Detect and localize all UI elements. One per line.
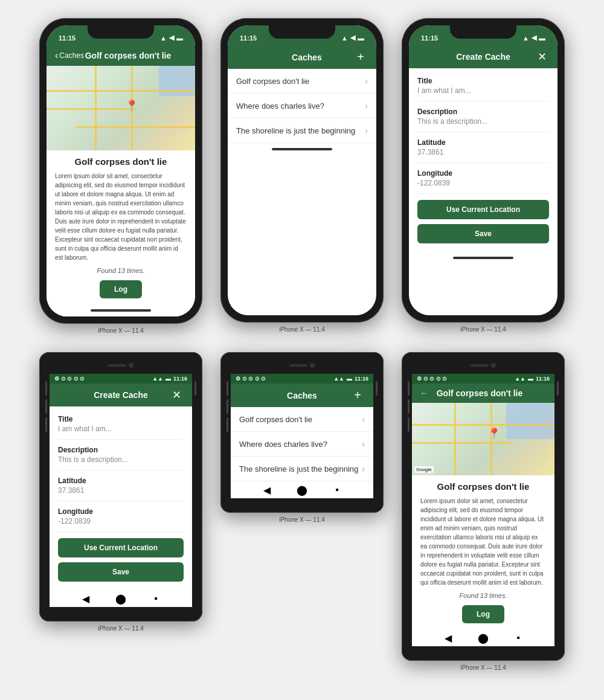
android-status-right-1: ▲▲ ▬ 11:16 <box>152 376 187 382</box>
android-back-nav-3[interactable]: ◀ <box>443 632 454 643</box>
list-item-label-2-1: Where does charles live? <box>236 101 324 111</box>
signal-icon-1: ◀ <box>169 34 174 42</box>
log-btn-1[interactable]: Log <box>100 280 142 298</box>
android-status-left-3: ⚙ ⊙ ⊙ ⊙ ⊙ <box>417 376 447 382</box>
android-right-btn-3 <box>557 381 559 396</box>
divider-3a <box>417 101 549 101</box>
list-item-2-1[interactable]: Where does charles live? › <box>228 94 376 118</box>
android-map-pin-3: 📍 <box>487 427 501 440</box>
android-screen-3: ⚙ ⊙ ⊙ ⊙ ⊙ ▲▲ ▬ 11:16 ← Golf corpses don'… <box>412 374 554 646</box>
iphone-notch-3 <box>450 25 516 39</box>
android-status-left-1: ⚙ ⊙ ⊙ ⊙ ⊙ <box>54 376 85 382</box>
lng-value-3: -122.0839 <box>417 179 549 187</box>
status-icons-1: ▲ ◀ ▬ <box>160 34 183 42</box>
status-icons-3: ▲ ◀ ▬ <box>522 34 545 42</box>
android-recent-nav-2[interactable]: ▪ <box>332 484 342 495</box>
android-home-nav-3[interactable]: ⬤ <box>478 632 489 643</box>
vol-down-btn-3 <box>408 417 410 432</box>
android-frame-2: ⚙ ⊙ ⊙ ⊙ ⊙ ▲▲ ▬ 11:16 Caches + <box>220 352 384 513</box>
android-1-col: ⚙ ⊙ ⊙ ⊙ ⊙ ▲▲ ▬ 11:16 Create Cache ✕ <box>39 352 202 671</box>
android-cache-list-2: Golf corpses don't lie › Where does char… <box>231 407 373 481</box>
back-btn-1[interactable]: ‹ Caches <box>55 50 84 61</box>
android-speaker-2 <box>289 364 307 367</box>
vol-up-btn-3 <box>408 399 410 414</box>
list-item-2-0[interactable]: Golf corpses don't lie › <box>228 69 376 94</box>
android-cache-body-3: Lorem ipsum dolor sit amet, consectetur … <box>420 496 546 587</box>
iphone-1-col: 11:15 ▲ ◀ ▬ ‹ Caches Golf corpses don't … <box>39 18 202 334</box>
battery-icon-2: ▬ <box>358 34 364 42</box>
close-btn-3[interactable]: ✕ <box>535 50 549 63</box>
android-list-item-2-1[interactable]: Where does charles live? › <box>231 432 373 457</box>
android-frame-3: ⚙ ⊙ ⊙ ⊙ ⊙ ▲▲ ▬ 11:16 ← Golf corpses don'… <box>402 352 565 661</box>
android-signal-3: ▲▲ <box>515 376 525 382</box>
android-side-btns-left-3 <box>406 357 412 656</box>
android-status-bar-2: ⚙ ⊙ ⊙ ⊙ ⊙ ▲▲ ▬ 11:16 <box>231 374 373 384</box>
header-title-1: Golf corpses don't lie <box>84 51 172 60</box>
signal-icon-2: ◀ <box>350 34 355 42</box>
list-item-2-2[interactable]: The shoreline is just the beginning › <box>228 118 376 143</box>
iphone-notch-1 <box>88 25 154 39</box>
android-log-btn-3[interactable]: Log <box>462 605 504 623</box>
android-home-nav-1[interactable]: ⬤ <box>115 593 126 604</box>
android-time-3: 11:16 <box>536 376 550 382</box>
lat-value-3: 37.3861 <box>417 148 549 156</box>
android-desc-label-1: Description <box>58 446 184 454</box>
android-status-icons-2: ⚙ ⊙ ⊙ ⊙ ⊙ <box>236 376 266 382</box>
map-pin-1: 📍 <box>125 99 138 112</box>
android-speaker-1 <box>108 364 126 367</box>
header-title-3: Create Cache <box>432 52 535 62</box>
map-view-1[interactable]: 📍 <box>47 66 195 150</box>
power-btn-2 <box>226 381 228 396</box>
android-list-item-2-0[interactable]: Golf corpses don't lie › <box>231 407 373 432</box>
android-back-btn-3[interactable]: ← <box>420 389 428 397</box>
iphone-frame-1: 11:15 ▲ ◀ ▬ ‹ Caches Golf corpses don't … <box>39 18 202 324</box>
android-title-value-1: I am what I am... <box>58 425 184 433</box>
wifi-icon-1: ▲ <box>160 34 167 42</box>
header-title-2: Caches <box>260 53 353 62</box>
wifi-icon-2: ▲ <box>341 34 348 42</box>
android-camera-2 <box>310 363 315 368</box>
vol-down-btn-2 <box>226 417 228 432</box>
android-recent-nav-3[interactable]: ▪ <box>513 632 524 643</box>
android-top-bar-2 <box>231 357 373 374</box>
app-header-2: Caches + <box>228 45 376 69</box>
android-recent-nav-1[interactable]: ▪ <box>150 593 161 604</box>
android-use-location-btn-1[interactable]: Use Current Location <box>58 538 184 557</box>
android-divider-1a <box>58 439 184 440</box>
android-back-nav-2[interactable]: ◀ <box>262 484 272 495</box>
android-add-btn-2[interactable]: + <box>350 388 365 402</box>
use-location-btn-3[interactable]: Use Current Location <box>417 200 549 219</box>
google-watermark-3: Google <box>414 466 434 473</box>
android-nav-bar-1: ◀ ⬤ ▪ <box>50 590 192 607</box>
android-label-2: iPhone X — 11.4 <box>279 516 325 523</box>
android-divider-1b <box>58 470 184 470</box>
title-value-3: I am what I am... <box>417 86 549 95</box>
android-back-nav-1[interactable]: ◀ <box>80 593 91 604</box>
android-divider-1d <box>58 531 184 532</box>
android-home-nav-2[interactable]: ⬤ <box>297 484 307 495</box>
android-time-2: 11:16 <box>355 376 368 382</box>
home-bar-3 <box>409 252 557 264</box>
android-time-1: 11:16 <box>173 376 187 382</box>
cache-detail-1: Golf corpses don't lie Lorem ipsum dolor… <box>47 150 195 304</box>
status-time-2: 11:15 <box>240 34 257 42</box>
android-map-3[interactable]: 📍 Google <box>412 403 554 475</box>
android-list-item-2-2[interactable]: The shoreline is just the beginning › <box>231 457 373 481</box>
home-bar-1 <box>47 304 195 316</box>
android-save-btn-1[interactable]: Save <box>58 562 184 582</box>
android-nav-bar-2: ◀ ⬤ ▪ <box>231 481 373 498</box>
android-body-3: ⚙ ⊙ ⊙ ⊙ ⊙ ▲▲ ▬ 11:16 ← Golf corpses don'… <box>412 357 554 656</box>
list-item-label-2-2: The shoreline is just the beginning <box>236 126 355 135</box>
android-label-1: iPhone X — 11.4 <box>98 625 144 632</box>
android-close-btn-1[interactable]: ✕ <box>169 388 184 402</box>
android-header-title-1: Create Cache <box>72 390 169 400</box>
add-btn-2[interactable]: + <box>353 50 368 64</box>
battery-icon-1: ▬ <box>176 34 183 42</box>
android-status-icons-1: ⚙ ⊙ ⊙ ⊙ ⊙ <box>54 376 85 382</box>
android-body-2: ⚙ ⊙ ⊙ ⊙ ⊙ ▲▲ ▬ 11:16 Caches + <box>231 357 373 508</box>
chevron-icon-2-0: › <box>365 76 368 86</box>
vol-up-btn-1 <box>45 399 47 414</box>
chevron-icon-2-1: › <box>365 101 368 111</box>
save-btn-3[interactable]: Save <box>417 224 549 243</box>
android-body-1: ⚙ ⊙ ⊙ ⊙ ⊙ ▲▲ ▬ 11:16 Create Cache ✕ <box>50 357 192 617</box>
